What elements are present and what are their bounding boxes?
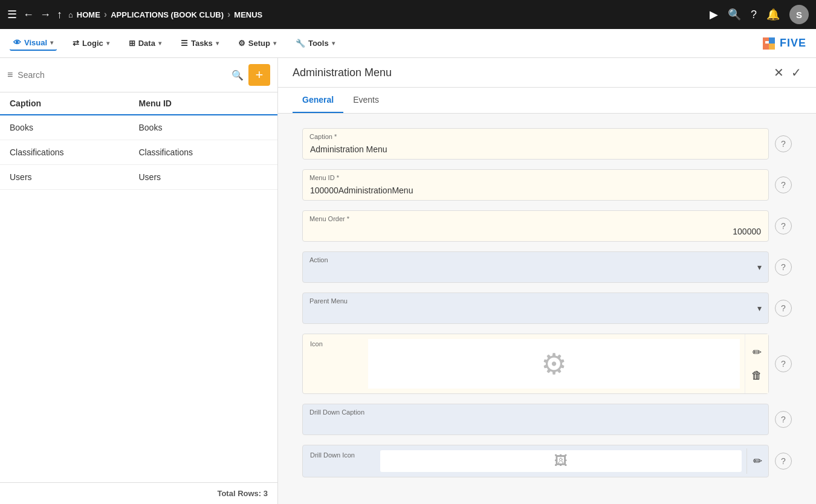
drill-image-placeholder: 🖼 <box>380 450 742 472</box>
caption-help-button[interactable]: ? <box>775 135 792 152</box>
setup-arrow: ▾ <box>273 40 276 47</box>
drill-caption-help-button[interactable]: ? <box>775 411 792 428</box>
tools-icon: 🔧 <box>296 39 305 48</box>
total-rows-label: Total Rows: 3 <box>217 489 268 498</box>
search-input[interactable] <box>18 70 227 80</box>
avatar[interactable]: S <box>789 5 809 24</box>
menu-order-row: Menu Order * ? <box>302 210 792 242</box>
row-menuid: Classifications <box>139 147 268 157</box>
icon-actions: ✏ 🗑 <box>745 334 768 393</box>
nav-item-setup[interactable]: ⚙ Setup ▾ <box>235 36 280 50</box>
menu-order-input[interactable] <box>302 210 769 242</box>
bell-icon[interactable]: 🔔 <box>766 8 780 21</box>
nav-item-tasks[interactable]: ☰ Tasks ▾ <box>177 36 222 50</box>
app-label[interactable]: APPLICATIONS (BOOK CLUB) <box>111 10 224 19</box>
nav-item-tools[interactable]: 🔧 Tools ▾ <box>292 36 338 50</box>
hamburger-icon[interactable]: ☰ <box>7 8 17 21</box>
row-menuid: Books <box>139 123 268 132</box>
menu-id-help-button[interactable]: ? <box>775 176 792 193</box>
row-menuid: Users <box>139 172 268 182</box>
image-icon: 🖼 <box>554 453 568 469</box>
setup-icon: ⚙ <box>238 39 245 48</box>
drill-caption-row: Drill Down Caption ? <box>302 404 792 435</box>
logic-label: Logic <box>82 39 103 48</box>
logic-icon: ⇄ <box>73 39 79 48</box>
menu-id-row: Menu ID * ? <box>302 169 792 201</box>
current-label: MENUS <box>234 10 262 19</box>
row-caption: Books <box>10 123 139 132</box>
action-help-button[interactable]: ? <box>775 259 792 276</box>
search-icon[interactable]: 🔍 <box>728 8 741 21</box>
panel-title: Administration Menu <box>293 66 392 79</box>
caption-input[interactable] <box>302 128 769 160</box>
form-content: Caption * ? Menu ID * ? Menu Order * <box>278 114 816 504</box>
menu-order-field-wrapper: Menu Order * <box>302 210 769 242</box>
up-icon[interactable]: ↑ <box>57 8 62 21</box>
tab-general[interactable]: General <box>293 88 343 113</box>
save-button[interactable]: ✓ <box>791 65 801 80</box>
panel-actions: ✕ ✓ <box>774 65 801 80</box>
close-button[interactable]: ✕ <box>774 65 784 80</box>
caption-field-wrapper: Caption * <box>302 128 769 160</box>
parent-menu-help-button[interactable]: ? <box>775 300 792 317</box>
table-row[interactable]: Classifications Classifications <box>0 140 277 165</box>
visual-arrow: ▾ <box>50 39 53 46</box>
home-label[interactable]: HOME <box>77 10 100 19</box>
five-text: FIVE <box>780 37 806 50</box>
play-icon[interactable]: ▶ <box>710 8 718 21</box>
parent-menu-select-wrapper: Parent Menu ▾ <box>302 292 769 324</box>
svg-marker-0 <box>763 37 769 50</box>
nav-item-data[interactable]: ⊞ Data ▾ <box>125 36 165 50</box>
icon-preview: ⚙ <box>368 339 740 389</box>
caption-column-header: Caption <box>10 99 139 108</box>
data-arrow: ▾ <box>158 40 161 47</box>
icon-help-button[interactable]: ? <box>775 355 792 372</box>
five-logo-svg <box>760 35 777 52</box>
drill-icon-label: Drill Down Icon <box>303 445 375 464</box>
drill-icon-help-button[interactable]: ? <box>775 453 792 470</box>
data-label: Data <box>138 39 155 48</box>
drill-icon-edit-button[interactable]: ✏ <box>753 454 762 468</box>
help-icon[interactable]: ? <box>751 8 757 21</box>
action-select[interactable] <box>302 251 769 283</box>
tasks-label: Tasks <box>191 39 213 48</box>
menu-id-input[interactable] <box>302 169 769 201</box>
back-icon[interactable]: ← <box>23 8 34 21</box>
menu-id-field-wrapper: Menu ID * <box>302 169 769 201</box>
drill-icon-container: Drill Down Icon 🖼 ✏ <box>302 445 769 477</box>
search-magnifier-icon[interactable]: 🔍 <box>232 69 244 81</box>
sidebar-filter-icon: ≡ <box>7 69 13 80</box>
logic-arrow: ▾ <box>106 40 109 47</box>
sidebar-search-bar: ≡ 🔍 + <box>0 58 277 92</box>
add-button[interactable]: + <box>248 64 270 86</box>
nav-item-visual[interactable]: 👁 Visual ▾ <box>10 36 57 51</box>
drill-icon-row: Drill Down Icon 🖼 ✏ ? <box>302 445 792 477</box>
tab-events[interactable]: Events <box>343 88 389 113</box>
breadcrumb-sep2: › <box>227 9 230 20</box>
tasks-arrow: ▾ <box>216 40 219 47</box>
secondbar: 👁 Visual ▾ ⇄ Logic ▾ ⊞ Data ▾ ☰ Tasks ▾ … <box>0 29 816 58</box>
secondbar-nav: 👁 Visual ▾ ⇄ Logic ▾ ⊞ Data ▾ ☰ Tasks ▾ … <box>10 36 338 51</box>
topbar: ☰ ← → ↑ ⌂ HOME › APPLICATIONS (BOOK CLUB… <box>0 0 816 29</box>
sidebar-footer: Total Rows: 3 <box>0 482 277 504</box>
sidebar: ≡ 🔍 + Caption Menu ID Books Books Classi… <box>0 58 278 504</box>
menu-order-help-button[interactable]: ? <box>775 218 792 234</box>
sidebar-table-header: Caption Menu ID <box>0 92 277 115</box>
parent-menu-select[interactable] <box>302 292 769 324</box>
row-caption: Users <box>10 172 139 182</box>
forward-icon[interactable]: → <box>40 8 51 21</box>
icon-edit-button[interactable]: ✏ <box>753 346 762 359</box>
row-caption: Classifications <box>10 147 139 157</box>
icon-delete-button[interactable]: 🗑 <box>751 369 762 382</box>
table-row[interactable]: Users Users <box>0 165 277 190</box>
breadcrumb: ⌂ HOME › APPLICATIONS (BOOK CLUB) › MENU… <box>68 9 262 20</box>
tools-arrow: ▾ <box>332 40 335 47</box>
setup-label: Setup <box>248 39 270 48</box>
nav-item-logic[interactable]: ⇄ Logic ▾ <box>69 36 113 50</box>
topbar-right: ▶ 🔍 ? 🔔 S <box>710 5 809 24</box>
tabs-bar: General Events <box>278 88 816 114</box>
table-row[interactable]: Books Books <box>0 115 277 140</box>
right-panel: Administration Menu ✕ ✓ General Events C… <box>278 58 816 504</box>
drill-caption-input[interactable] <box>302 404 769 435</box>
caption-row: Caption * ? <box>302 128 792 160</box>
